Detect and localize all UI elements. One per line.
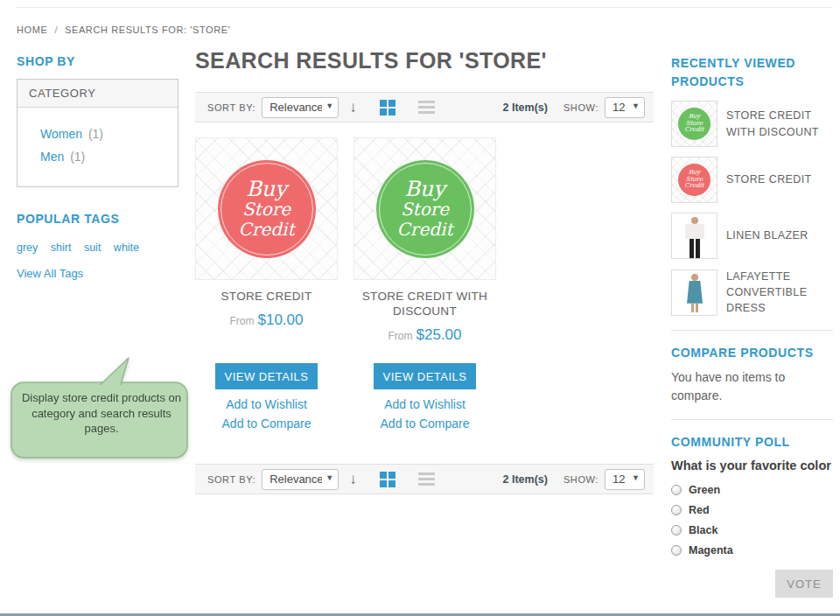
product-card-store-credit: Buy Store Credit STORE CREDIT From$10.00… [195, 137, 338, 430]
category-filter-box: CATEGORY Women (1) Men (1) [17, 79, 178, 187]
show-label: SHOW: [564, 474, 598, 485]
sort-by-label: SORT BY: [207, 102, 256, 113]
view-details-button[interactable]: VIEW DETAILS [215, 363, 318, 389]
tag-shirt[interactable]: shirt [51, 242, 72, 254]
toolbar-bottom: SORT BY: Relevance ▼ ↓ 2 Item(s) SHOW: 1… [195, 464, 654, 494]
poll-option-black: Black [671, 524, 833, 536]
poll-option-red: Red [671, 504, 833, 516]
product-thumbnail-linen-blazer[interactable] [671, 213, 718, 259]
tag-list: grey shirt suit white [17, 242, 178, 254]
tag-grey[interactable]: grey [17, 242, 38, 254]
add-to-compare-link[interactable]: Add to Compare [222, 416, 312, 430]
annotation-callout-bubble: Display store credit products on categor… [7, 354, 195, 464]
category-men-count: (1) [70, 150, 85, 164]
poll-question: What is your favorite color [671, 457, 833, 476]
add-to-wishlist-link[interactable]: Add to Wishlist [226, 397, 307, 411]
category-filter-item-men[interactable]: Men (1) [40, 150, 178, 164]
view-details-button[interactable]: VIEW DETAILS [374, 363, 476, 389]
callout-text: Display store credit products on categor… [18, 390, 186, 437]
poll-option-label[interactable]: Black [689, 524, 718, 536]
show-per-page-select[interactable]: 12 [605, 97, 645, 118]
sort-direction-arrow-down-icon[interactable]: ↓ [349, 100, 357, 115]
recently-viewed-link[interactable]: STORE CREDIT WITH DISCOUNT [726, 108, 833, 139]
recently-viewed-link[interactable]: LINEN BLAZER [726, 228, 808, 243]
product-name-link[interactable]: STORE CREDIT [221, 290, 312, 304]
blazer-model-photo [672, 214, 717, 258]
poll-option-label[interactable]: Magenta [689, 544, 733, 556]
buy-store-credit-badge-red: Buy Store Credit [218, 160, 316, 258]
sort-select-wrap: Relevance ▼ [262, 97, 339, 118]
category-women-count: (1) [88, 127, 103, 141]
show-select-wrap: 12 ▼ [605, 97, 645, 118]
product-price: From$25.00 [388, 326, 462, 344]
grid-view-icon[interactable] [380, 100, 396, 116]
show-per-page-select[interactable]: 12 [605, 469, 645, 490]
breadcrumb: HOME/SEARCH RESULTS FOR: 'STORE' [17, 24, 230, 35]
main-content: SEARCH RESULTS FOR 'STORE' SORT BY: Rele… [195, 48, 654, 494]
poll-option-magenta: Magenta [671, 544, 833, 556]
sort-by-select[interactable]: Relevance [262, 97, 339, 118]
poll-radio-black[interactable] [671, 525, 682, 536]
add-to-compare-link[interactable]: Add to Compare [381, 416, 470, 430]
product-price: From$10.00 [230, 312, 304, 329]
sort-direction-arrow-down-icon[interactable]: ↓ [349, 472, 357, 486]
breadcrumb-home-link[interactable]: HOME [17, 24, 47, 35]
sidebar-divider [671, 330, 833, 331]
breadcrumb-current: SEARCH RESULTS FOR: 'STORE' [65, 24, 230, 35]
poll-option-label[interactable]: Red [689, 504, 710, 516]
list-view-icon[interactable] [418, 101, 435, 114]
item-count: 2 Item(s) [503, 473, 548, 486]
product-image-store-credit-with-discount[interactable]: Buy Store Credit [354, 137, 496, 280]
recently-viewed-link[interactable]: STORE CREDIT [726, 172, 812, 187]
product-name-link[interactable]: STORE CREDIT WITH DISCOUNT [354, 290, 496, 319]
item-count: 2 Item(s) [503, 102, 548, 114]
show-select-wrap: 12 ▼ [605, 469, 645, 490]
recently-viewed-item: LAFAYETTE CONVERTIBLE DRESS [671, 269, 833, 316]
sort-select-wrap: Relevance ▼ [262, 469, 339, 490]
dress-model-photo [672, 270, 717, 315]
sort-by-label: SORT BY: [207, 474, 256, 485]
page-top-divider [16, 7, 833, 8]
recently-viewed-item: BuyStoreCredit STORE CREDIT [671, 157, 833, 203]
view-all-tags-link[interactable]: View All Tags [17, 267, 83, 280]
left-sidebar: SHOP BY CATEGORY Women (1) Men (1) POPUL… [17, 54, 178, 281]
poll-option-label[interactable]: Green [689, 484, 720, 496]
tag-suit[interactable]: suit [84, 242, 101, 254]
recently-viewed-heading: RECENTLY VIEWED PRODUCTS [671, 54, 833, 91]
poll-option-green: Green [671, 484, 833, 496]
grid-view-icon[interactable] [380, 472, 396, 487]
buy-store-credit-badge-green: BuyStoreCredit [678, 108, 710, 140]
page-title: SEARCH RESULTS FOR 'STORE' [195, 48, 654, 74]
poll-radio-green[interactable] [671, 485, 682, 495]
category-filter-item-women[interactable]: Women (1) [40, 127, 178, 141]
category-filter-header: CATEGORY [18, 80, 178, 108]
recently-viewed-item: LINEN BLAZER [671, 213, 833, 259]
compare-products-heading: COMPARE PRODUCTS [671, 346, 833, 360]
popular-tags-heading: POPULAR TAGS [17, 212, 178, 226]
community-poll-heading: COMMUNITY POLL [671, 435, 833, 449]
product-grid: Buy Store Credit STORE CREDIT From$10.00… [195, 137, 654, 430]
buy-store-credit-badge-red: BuyStoreCredit [678, 164, 710, 196]
recently-viewed-item: BuyStoreCredit STORE CREDIT WITH DISCOUN… [671, 101, 833, 147]
product-thumbnail-green-badge[interactable]: BuyStoreCredit [671, 101, 718, 147]
toolbar-top: SORT BY: Relevance ▼ ↓ 2 Item(s) SHOW: 1… [195, 92, 654, 122]
recently-viewed-link[interactable]: LAFAYETTE CONVERTIBLE DRESS [726, 269, 833, 316]
sort-by-select[interactable]: Relevance [262, 469, 339, 490]
show-label: SHOW: [564, 102, 598, 113]
shop-by-heading: SHOP BY [17, 54, 178, 68]
vote-button[interactable]: VOTE [775, 570, 833, 598]
list-view-icon[interactable] [418, 472, 435, 486]
poll-radio-magenta[interactable] [671, 545, 682, 556]
sidebar-divider [671, 419, 833, 420]
poll-radio-red[interactable] [671, 505, 682, 515]
category-men-link[interactable]: Men [40, 150, 64, 164]
tag-white[interactable]: white [114, 242, 139, 254]
product-thumbnail-red-badge[interactable]: BuyStoreCredit [671, 157, 718, 203]
product-image-store-credit[interactable]: Buy Store Credit [195, 137, 338, 280]
add-to-wishlist-link[interactable]: Add to Wishlist [384, 397, 466, 411]
category-women-link[interactable]: Women [40, 127, 82, 141]
product-thumbnail-convertible-dress[interactable] [671, 270, 718, 316]
product-card-store-credit-with-discount: Buy Store Credit STORE CREDIT WITH DISCO… [354, 137, 496, 430]
compare-empty-message: You have no items to compare. [671, 368, 833, 405]
breadcrumb-separator: / [54, 24, 58, 35]
